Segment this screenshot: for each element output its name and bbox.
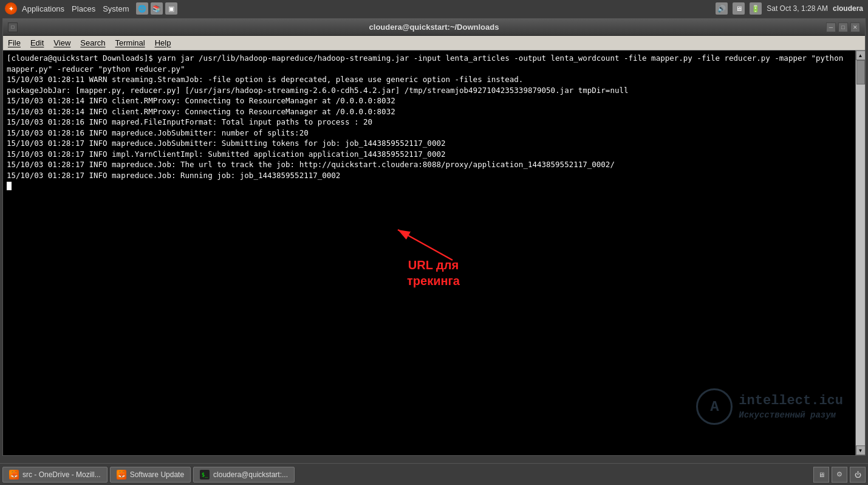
terminal-window: □ cloudera@quickstart:~/Downloads ─ □ ✕ …: [2, 18, 866, 456]
terminal-menubar: File Edit View Search Terminal Help: [3, 36, 865, 50]
taskbar-btn-firefox1[interactable]: 🦊 src - OneDrive - Mozill...: [2, 467, 108, 483]
taskbar-settings-icon[interactable]: ⚙: [832, 467, 847, 483]
edit-menu[interactable]: Edit: [30, 38, 44, 47]
globe-icon: 🌐: [136, 2, 148, 15]
taskbar-btn-firefox2[interactable]: 🦊 Software Update: [110, 467, 191, 483]
system-tray: 🔊 🖥 🔋 Sat Oct 3, 1:28 AM cloudera: [716, 2, 863, 15]
terminal-output[interactable]: [cloudera@quickstart Downloads]$ yarn ja…: [3, 50, 855, 455]
system-logo: ✦: [5, 2, 17, 15]
view-menu[interactable]: View: [53, 38, 70, 47]
datetime: Sat Oct 3, 1:28 AM: [767, 4, 828, 13]
places-menu[interactable]: Places: [72, 4, 95, 13]
bookmark-icon: 📚: [151, 2, 163, 15]
system-bar: ✦ Applications Places System 🌐 📚 ▣ 🔊 🖥 🔋…: [0, 0, 868, 17]
system-menu: Applications Places System: [22, 4, 129, 13]
applications-menu[interactable]: Applications: [22, 4, 64, 13]
maximize-button[interactable]: □: [838, 22, 848, 32]
terminal-icon: ▣: [165, 2, 177, 15]
window-icon: □: [8, 22, 18, 32]
terminal-title: cloudera@quickstart:~/Downloads: [369, 22, 499, 32]
file-menu[interactable]: File: [8, 38, 21, 47]
svg-line-1: [398, 230, 453, 260]
search-menu[interactable]: Search: [80, 38, 105, 47]
annotation-arrow: [380, 224, 465, 266]
scrollbar-thumb[interactable]: [856, 60, 865, 84]
taskbar: 🦊 src - OneDrive - Mozill... 🦊 Software …: [0, 463, 868, 485]
firefox-icon-1: 🦊: [9, 470, 19, 480]
minimize-button[interactable]: ─: [826, 22, 836, 32]
taskbar-btn-terminal[interactable]: $_ cloudera@quickstart:...: [193, 467, 295, 483]
watermark-site: intellect.icu: [739, 393, 843, 410]
terminal-titlebar: □ cloudera@quickstart:~/Downloads ─ □ ✕: [3, 19, 865, 36]
taskbar-btn3-label: cloudera@quickstart:...: [213, 470, 288, 479]
taskbar-right: 🖥 ⚙ ⏻: [813, 467, 866, 483]
watermark-logo: A: [696, 388, 733, 425]
help-menu[interactable]: Help: [155, 38, 171, 47]
volume-icon[interactable]: 🔊: [716, 2, 728, 15]
watermark-text-block: intellect.icu Искусственный разум: [739, 393, 843, 421]
watermark-subtitle: Искусственный разум: [739, 410, 843, 421]
terminal-cursor: [7, 182, 12, 190]
taskbar-btn2-label: Software Update: [130, 470, 184, 479]
window-controls: ─ □ ✕: [826, 22, 860, 32]
terminal-text: [cloudera@quickstart Downloads]$ yarn ja…: [7, 53, 852, 191]
taskbar-display-icon[interactable]: 🖥: [813, 467, 829, 483]
terminal-taskbar-icon: $_: [200, 470, 210, 480]
scrollbar-up-button[interactable]: ▲: [856, 50, 866, 60]
terminal-menu[interactable]: Terminal: [115, 38, 145, 47]
scrollbar-down-button[interactable]: ▼: [856, 445, 866, 455]
terminal-scrollbar[interactable]: ▲ ▼: [855, 50, 865, 455]
firefox-icon-2: 🦊: [117, 470, 126, 480]
taskbar-power-icon[interactable]: ⏻: [850, 467, 866, 483]
scrollbar-track[interactable]: [856, 60, 866, 445]
annotation-text: URL для трекинга: [407, 257, 460, 289]
username: cloudera: [833, 4, 863, 13]
close-button[interactable]: ✕: [850, 22, 860, 32]
taskbar-btn1-label: src - OneDrive - Mozill...: [22, 470, 101, 479]
network-icon[interactable]: 🖥: [733, 2, 745, 15]
terminal-body: [cloudera@quickstart Downloads]$ yarn ja…: [3, 50, 865, 455]
battery-icon[interactable]: 🔋: [750, 2, 762, 15]
watermark: A intellect.icu Искусственный разум: [696, 388, 843, 425]
system-menu-item[interactable]: System: [103, 4, 129, 13]
